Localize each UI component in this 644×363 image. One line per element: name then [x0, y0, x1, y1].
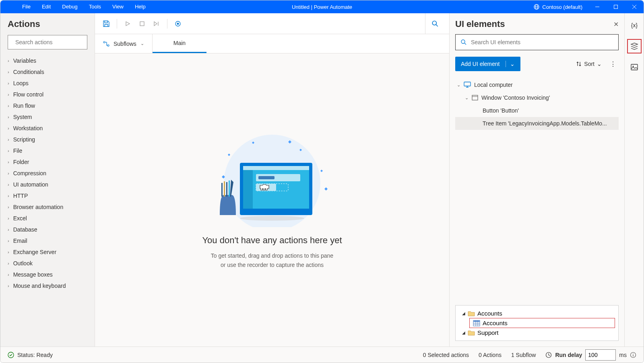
ui-search[interactable] [455, 34, 619, 50]
menu-edit[interactable]: Edit [36, 0, 56, 13]
subflow-count: 1 Subflow [511, 352, 536, 358]
svg-point-26 [240, 216, 304, 221]
menu-tools[interactable]: Tools [83, 0, 107, 13]
svg-rect-45 [631, 64, 638, 70]
chevron-right-icon: › [8, 272, 9, 277]
chevron-right-icon: › [8, 148, 9, 153]
action-category[interactable]: ›Exchange Server [0, 246, 95, 258]
check-icon [8, 352, 14, 358]
minimize-button[interactable] [588, 0, 607, 13]
action-category[interactable]: ›File [0, 145, 95, 156]
preview-item-accounts-folder[interactable]: ◢ Accounts [459, 309, 615, 318]
svg-rect-23 [258, 176, 275, 179]
action-category[interactable]: ›Scripting [0, 134, 95, 145]
action-category[interactable]: ›System [0, 111, 95, 123]
action-category[interactable]: ›Folder [0, 156, 95, 168]
svg-point-31 [461, 40, 465, 43]
right-rail: {x} [624, 13, 644, 347]
delay-unit: ms [619, 352, 627, 358]
tree-item-treeitem[interactable]: Tree Item 'LegacyInvoicingApp.Models.Tab… [455, 117, 619, 130]
stop-button[interactable] [136, 17, 149, 30]
environment-selector[interactable]: Contoso (default) [528, 4, 588, 10]
chevron-right-icon: › [8, 115, 9, 119]
record-button[interactable] [171, 17, 184, 30]
action-category[interactable]: ›Conditionals [0, 66, 95, 78]
ui-panel-title: UI elements [455, 19, 505, 29]
preview-item-support-folder[interactable]: ◢ Support [459, 328, 615, 337]
preview-item-accounts-table[interactable]: Accounts [469, 318, 615, 328]
folder-icon [468, 330, 475, 336]
run-delay-input[interactable] [585, 349, 616, 361]
ui-elements-rail-icon[interactable] [627, 39, 642, 53]
status-text: Status: Ready [17, 352, 53, 358]
more-button[interactable]: ⋮ [607, 60, 619, 68]
svg-point-12 [177, 23, 179, 25]
svg-point-13 [432, 21, 436, 25]
variables-rail-icon[interactable]: {x} [627, 18, 642, 33]
tree-item-root[interactable]: ⌄ Local computer [455, 78, 619, 91]
action-category[interactable]: ›Compression [0, 168, 95, 179]
action-category[interactable]: ›Workstation [0, 123, 95, 134]
tree-item-button[interactable]: Button 'Button' [455, 104, 619, 117]
maximize-button[interactable] [607, 0, 625, 13]
add-ui-element-button[interactable]: Add UI element ⌄ [455, 57, 520, 71]
menu-debug[interactable]: Debug [56, 0, 83, 13]
chevron-right-icon: › [8, 205, 9, 209]
images-rail-icon[interactable] [627, 60, 642, 74]
action-category[interactable]: ›Variables [0, 55, 95, 66]
chevron-down-icon[interactable]: ⌄ [457, 82, 460, 88]
close-button[interactable] [625, 0, 644, 13]
chevron-right-icon: › [8, 137, 9, 142]
menu-view[interactable]: View [107, 0, 129, 13]
action-category[interactable]: ›UI automation [0, 179, 95, 190]
info-icon[interactable] [630, 352, 636, 358]
actions-search[interactable] [8, 35, 87, 49]
toolbar-search-button[interactable] [425, 13, 444, 34]
tree-item-window[interactable]: ⌄ Window 'Contoso Invoicing' [455, 91, 619, 104]
expand-icon: ◢ [462, 311, 465, 316]
chevron-right-icon: › [8, 171, 9, 176]
action-category[interactable]: ›Database [0, 224, 95, 235]
menu-bar: File Edit Debug Tools View Help [0, 0, 151, 13]
titlebar: File Edit Debug Tools View Help Untitled… [0, 0, 644, 13]
menu-file[interactable]: File [17, 0, 36, 13]
ui-search-input[interactable] [471, 39, 613, 45]
action-category[interactable]: ›Loops [0, 78, 95, 89]
tabs-bar: Subflows ⌄ Main [95, 34, 449, 53]
action-category[interactable]: ›Email [0, 235, 95, 246]
action-category[interactable]: ›Message boxes [0, 269, 95, 280]
actions-list[interactable]: ›Variables›Conditionals›Loops›Flow contr… [0, 53, 95, 347]
subflows-dropdown[interactable]: Subflows ⌄ [95, 34, 153, 53]
action-category[interactable]: ›Mouse and keyboard [0, 280, 95, 291]
chevron-right-icon: › [8, 238, 9, 243]
sort-button[interactable]: Sort ⌄ [576, 61, 602, 67]
tab-main[interactable]: Main [153, 34, 206, 53]
toolbar [95, 13, 449, 34]
menu-help[interactable]: Help [129, 0, 151, 13]
chevron-right-icon: › [8, 92, 9, 97]
run-delay-label: Run delay [555, 352, 582, 358]
ui-panel-close[interactable]: ✕ [613, 21, 619, 28]
chevron-right-icon: › [8, 160, 9, 164]
actions-title: Actions [0, 13, 95, 35]
run-button[interactable] [121, 17, 134, 30]
window-icon [472, 95, 478, 100]
action-category[interactable]: ›Excel [0, 213, 95, 224]
save-button[interactable] [100, 17, 113, 30]
action-category[interactable]: ›Run flow [0, 100, 95, 111]
action-category[interactable]: ›Flow control [0, 89, 95, 100]
computer-icon [464, 82, 471, 88]
svg-line-32 [464, 43, 466, 45]
subflow-icon [103, 41, 109, 47]
actions-search-input[interactable] [15, 39, 86, 45]
chevron-down-icon[interactable]: ⌄ [465, 95, 469, 100]
action-category[interactable]: ›HTTP [0, 190, 95, 201]
chevron-down-icon[interactable]: ⌄ [506, 61, 515, 67]
step-button[interactable] [150, 17, 163, 30]
svg-text:{x}: {x} [631, 22, 638, 29]
flow-canvas[interactable]: You don't have any actions here yet To g… [95, 53, 449, 347]
action-category[interactable]: ›Outlook [0, 258, 95, 269]
svg-point-46 [632, 66, 634, 67]
action-category[interactable]: ›Browser automation [0, 201, 95, 213]
chevron-right-icon: › [8, 103, 9, 108]
